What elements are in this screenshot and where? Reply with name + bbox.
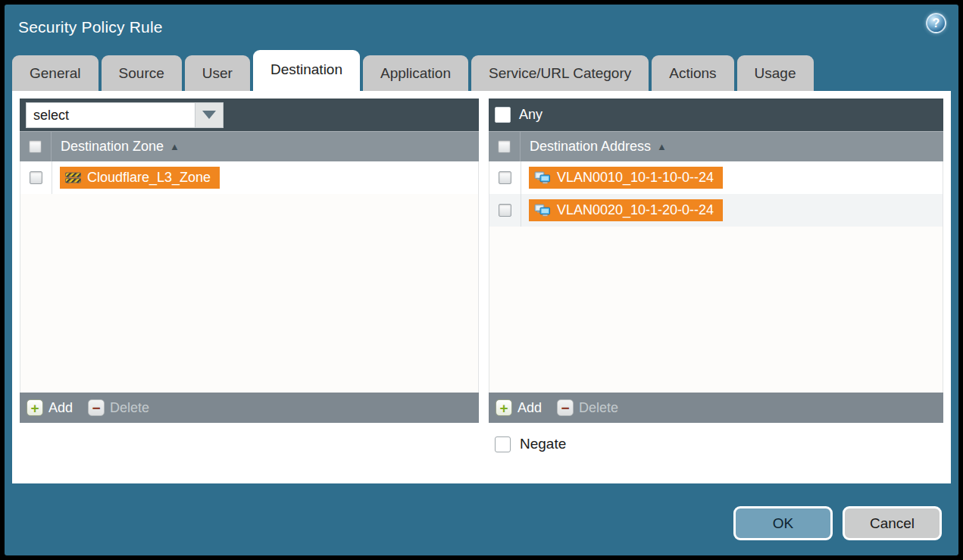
dialog-button-row: OK Cancel: [733, 506, 942, 540]
any-checkbox[interactable]: [495, 107, 511, 123]
any-label: Any: [519, 107, 542, 123]
tab-source[interactable]: Source: [102, 55, 182, 91]
address-column-header-row: Destination Address ▲: [489, 131, 943, 161]
delete-button-label: Delete: [110, 400, 149, 416]
table-row: Cloudflare_L3_Zone: [20, 161, 478, 194]
add-button-label: Add: [517, 400, 542, 416]
select-all-addresses-checkbox[interactable]: [498, 140, 511, 153]
dialog-content: select Destination Zone ▲ Cloudflare_L3_…: [12, 91, 951, 483]
delete-zone-button[interactable]: − Delete: [88, 399, 149, 416]
destination-address-panel: Any Destination Address ▲ VLAN0010_10-1-…: [489, 99, 943, 423]
address-icon: [534, 204, 551, 217]
tab-usage[interactable]: Usage: [737, 55, 814, 91]
table-row: VLAN0020_10-1-20-0--24: [489, 194, 943, 227]
row-checkbox-cell: [20, 161, 52, 194]
add-address-button[interactable]: + Add: [496, 399, 542, 416]
sort-asc-icon[interactable]: ▲: [170, 141, 180, 152]
tab-application[interactable]: Application: [363, 55, 468, 91]
destination-zone-panel: select Destination Zone ▲ Cloudflare_L3_…: [20, 99, 479, 423]
tab-service-url-category[interactable]: Service/URL Category: [471, 55, 649, 91]
zone-list: Cloudflare_L3_Zone: [20, 161, 479, 393]
list-item-label: VLAN0010_10-1-10-0--24: [557, 170, 714, 186]
row-checkbox[interactable]: [30, 171, 42, 184]
delete-icon: −: [557, 399, 574, 416]
cancel-button[interactable]: Cancel: [843, 506, 942, 540]
list-item[interactable]: Cloudflare_L3_Zone: [60, 167, 220, 189]
address-column-header[interactable]: Destination Address: [530, 139, 651, 155]
table-row: VLAN0010_10-1-10-0--24: [489, 161, 943, 194]
chevron-down-icon: [202, 111, 216, 119]
select-all-zones-checkbox[interactable]: [29, 140, 42, 153]
zone-select-all-cell: [20, 132, 52, 161]
negate-checkbox[interactable]: [495, 436, 511, 452]
add-button-label: Add: [48, 400, 73, 416]
address-list: VLAN0010_10-1-10-0--24VLAN0020_10-1-20-0…: [489, 161, 943, 393]
list-item[interactable]: VLAN0010_10-1-10-0--24: [529, 167, 723, 189]
row-checkbox[interactable]: [499, 171, 511, 184]
zone-filter-dropdown[interactable]: select: [26, 102, 224, 128]
delete-button-label: Delete: [579, 400, 618, 416]
dropdown-arrow-icon[interactable]: [195, 103, 223, 127]
address-icon: [534, 171, 551, 184]
tab-user[interactable]: User: [185, 55, 250, 91]
zone-column-header[interactable]: Destination Zone: [61, 139, 164, 155]
ok-button[interactable]: OK: [733, 506, 833, 540]
security-policy-rule-dialog: Security Policy Rule ? GeneralSourceUser…: [5, 5, 958, 555]
zone-column-header-row: Destination Zone ▲: [20, 131, 479, 161]
delete-icon: −: [88, 399, 105, 416]
list-item-label: VLAN0020_10-1-20-0--24: [557, 202, 714, 218]
zone-filter-value[interactable]: select: [27, 103, 195, 127]
list-item-label: Cloudflare_L3_Zone: [87, 170, 211, 186]
address-select-all-cell: [489, 132, 521, 161]
address-toolbar: + Add − Delete: [489, 393, 943, 423]
delete-address-button[interactable]: − Delete: [557, 399, 618, 416]
add-icon: +: [496, 399, 512, 416]
zone-panel-header: select: [20, 99, 479, 131]
row-checkbox[interactable]: [499, 204, 511, 217]
negate-row: Negate: [20, 436, 943, 452]
add-icon: +: [27, 399, 43, 416]
tab-bar: GeneralSourceUserDestinationApplicationS…: [5, 50, 958, 91]
address-panel-header: Any: [489, 99, 943, 131]
zone-icon: [65, 172, 81, 184]
tab-general[interactable]: General: [12, 55, 98, 91]
add-zone-button[interactable]: + Add: [27, 399, 73, 416]
dialog-title: Security Policy Rule: [18, 18, 163, 36]
destination-panels: select Destination Zone ▲ Cloudflare_L3_…: [20, 99, 943, 423]
row-checkbox-cell: [489, 194, 521, 227]
row-checkbox-cell: [489, 161, 521, 194]
negate-label: Negate: [520, 436, 566, 452]
tab-destination[interactable]: Destination: [253, 50, 360, 91]
tab-actions[interactable]: Actions: [652, 55, 733, 91]
list-item[interactable]: VLAN0020_10-1-20-0--24: [529, 199, 723, 221]
zone-toolbar: + Add − Delete: [20, 393, 479, 423]
help-icon[interactable]: ?: [926, 13, 946, 33]
sort-asc-icon[interactable]: ▲: [657, 141, 667, 152]
dialog-titlebar: Security Policy Rule ?: [5, 5, 958, 50]
